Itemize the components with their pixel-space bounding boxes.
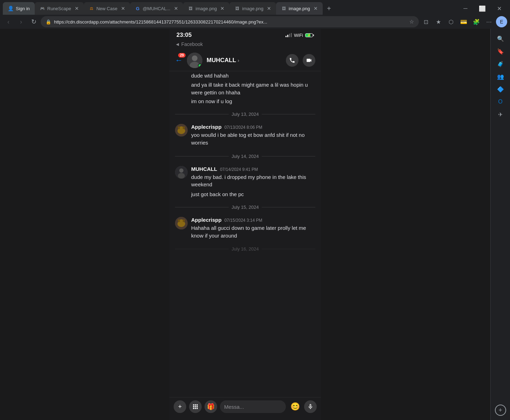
tab-runescape-label: RuneScape (47, 6, 71, 11)
tab-newcase-close[interactable]: ✕ (121, 6, 125, 11)
extensions-icon[interactable]: 🧩 (471, 16, 482, 27)
tab-img2-close[interactable]: ✕ (267, 6, 271, 11)
sidebar-briefcase-icon[interactable]: 🧳 (495, 58, 506, 69)
forward-button[interactable]: › (15, 16, 27, 27)
tab-muhcal-close[interactable]: ✕ (174, 6, 178, 11)
sidebar-bookmark-icon[interactable]: 🔖 (495, 46, 506, 57)
main-content: 23:05 WiFi ⚡ ◄ Fac (0, 29, 490, 420)
tab-muhcal[interactable]: G @MUHCAL... ✕ (130, 2, 183, 15)
date-divider-july15: July 15, 2024 (169, 199, 321, 215)
tab-img1-close[interactable]: ✕ (220, 6, 224, 11)
new-tab-button[interactable]: + (323, 2, 335, 15)
divider-line-left (175, 249, 229, 249)
wallet-icon[interactable]: 💳 (458, 16, 469, 27)
divider-line-left (175, 114, 229, 114)
status-icons: WiFi ⚡ (286, 33, 314, 38)
tab-img3-close[interactable]: ✕ (314, 6, 318, 11)
back-button-container[interactable]: ← 29 (175, 56, 183, 65)
browser-profile-icon[interactable]: E (496, 16, 507, 27)
message-text: just got back on the pc (191, 191, 244, 197)
message-text: im on now if u log (191, 98, 232, 104)
message-sender: Applecrispp (191, 124, 222, 130)
minimize-button[interactable]: ─ (457, 2, 474, 15)
muhcal-favicon: G (135, 6, 141, 11)
video-call-button[interactable] (303, 54, 315, 67)
message-header: MUHCALL 07/14/2024 9:41 PM (191, 166, 315, 172)
notification-badge: 29 (178, 53, 186, 58)
address-bar[interactable]: 🔒 https://cdn.discordapp.com/attachments… (41, 16, 419, 27)
message-avatar (175, 166, 188, 179)
window-controls: ─ ⬜ ✕ (457, 2, 510, 15)
voice-call-button[interactable] (286, 54, 298, 67)
sidebar-outlook-icon[interactable]: O (495, 96, 506, 107)
toolbar-icons: ⊡ ★ ⬡ 💳 🧩 ⋯ E (420, 16, 507, 27)
message-timestamp: 07/15/2024 3:14 PM (224, 218, 262, 223)
maximize-button[interactable]: ⬜ (474, 2, 490, 15)
divider-line-right (262, 207, 315, 207)
tab-img2-label: image.png (242, 6, 263, 11)
svg-point-1 (192, 55, 197, 61)
settings-menu-icon[interactable]: ⋯ (483, 16, 495, 27)
facebook-bar: ◄ Facebook (169, 40, 321, 50)
gift-button[interactable]: 🎁 (204, 400, 217, 413)
img1-favicon: 🖼 (188, 6, 194, 11)
message-text: dude my bad. i dropped my phone in the l… (191, 173, 315, 189)
favorites-icon[interactable]: ★ (433, 16, 444, 27)
gift-icon: 🎁 (207, 403, 215, 411)
sidebar-people-icon[interactable]: 👥 (495, 71, 506, 82)
right-sidebar: 🔍 🔖 🧳 👥 🔷 O ✈ + (490, 29, 510, 420)
runescape-favicon: 🎮 (40, 6, 45, 11)
tab-newcase[interactable]: ⚖ New Case ✕ (84, 2, 130, 15)
reload-button[interactable]: ↻ (28, 16, 39, 27)
img2-favicon: 🖼 (234, 6, 240, 11)
tab-img1[interactable]: 🖼 image.png ✕ (183, 2, 230, 15)
divider-line-left (175, 156, 229, 156)
message-text: Hahaha all gucci down to game later prol… (191, 224, 315, 240)
message-text: and ya ill take it back might game a lil… (191, 82, 308, 95)
chat-chevron-icon: › (238, 58, 240, 63)
back-button[interactable]: ‹ (3, 16, 14, 27)
divider-line-left (175, 207, 229, 207)
tab-search-icon[interactable]: ⊡ (420, 16, 431, 27)
list-item: and ya ill take it back might game a lil… (169, 80, 321, 97)
chat-title-area: MUHCALL › (207, 57, 282, 64)
tab-img3-label: image.png (289, 6, 310, 11)
tab-signin[interactable]: 👤 Sign in (3, 2, 35, 15)
tab-img3[interactable]: 🖼 image.png ✕ (276, 2, 323, 15)
message-sender: MUHCALL (191, 166, 217, 172)
message-input[interactable]: Messa... (220, 400, 286, 413)
sidebar-search-icon[interactable]: 🔍 (495, 33, 506, 44)
chat-avatar[interactable] (187, 53, 202, 68)
online-indicator (198, 64, 202, 68)
messages-area[interactable]: dude wtd hahah and ya ill take it back m… (169, 71, 321, 397)
apps-button[interactable] (189, 400, 202, 413)
message-text: dude wtd hahah (191, 73, 229, 79)
emoji-button[interactable]: 😊 (289, 400, 301, 413)
date-label-partial: July 16, 2024 (231, 246, 259, 252)
mic-button[interactable] (304, 400, 317, 413)
newcase-favicon: ⚖ (89, 6, 94, 11)
message-content: Applecrispp 07/13/2024 8:06 PM yoo woull… (191, 124, 315, 147)
address-bar-row: ‹ › ↻ 🔒 https://cdn.discordapp.com/attac… (0, 15, 510, 29)
svg-point-9 (179, 168, 183, 173)
chat-username: MUHCALL (207, 57, 236, 64)
date-label: July 13, 2024 (231, 112, 259, 117)
collections-icon[interactable]: ⬡ (445, 16, 457, 27)
facebook-back-label: ◄ Facebook (175, 41, 203, 47)
sidebar-puzzle-icon[interactable]: 🔷 (495, 84, 506, 95)
message-timestamp: 07/13/2024 8:06 PM (224, 125, 262, 130)
divider-line-right (262, 249, 315, 249)
add-button[interactable]: + (174, 400, 186, 413)
bookmark-star-icon: ☆ (409, 19, 414, 25)
date-divider-july13: July 13, 2024 (169, 106, 321, 122)
close-button[interactable]: ✕ (491, 2, 507, 15)
divider-line-right (262, 114, 315, 114)
date-divider-july14: July 14, 2024 (169, 148, 321, 165)
sidebar-add-button[interactable]: + (495, 405, 506, 416)
tab-runescape[interactable]: 🎮 RuneScape ✕ (35, 2, 84, 15)
sidebar-send-icon[interactable]: ✈ (495, 109, 506, 120)
tab-img1-label: image.png (196, 6, 217, 11)
tab-runescape-close[interactable]: ✕ (75, 6, 79, 11)
tab-img2[interactable]: 🖼 image.png ✕ (229, 2, 276, 15)
applecrispp-avatar (175, 124, 188, 136)
